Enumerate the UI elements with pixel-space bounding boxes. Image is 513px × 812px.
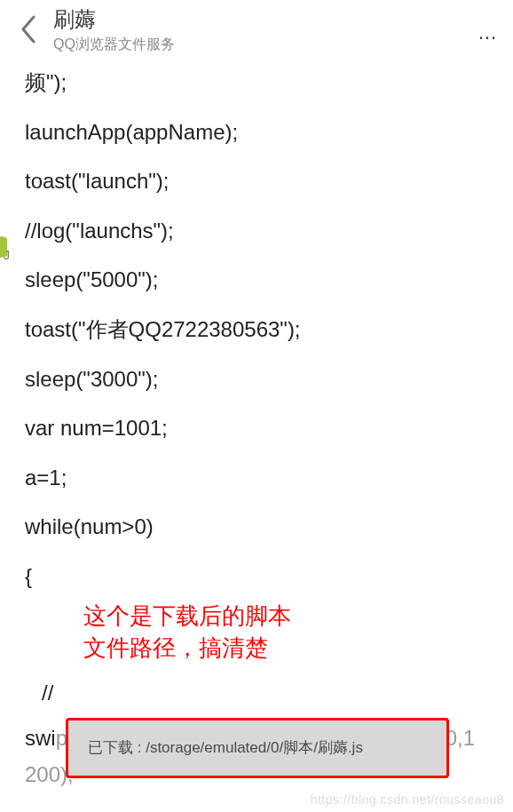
code-line: //log("launchs"); <box>25 216 488 246</box>
code-line: while(num>0) <box>25 512 488 542</box>
code-line: var num=1001; <box>25 413 488 443</box>
watermark: https://blog.csdn.net/rousseaou8 <box>311 792 504 807</box>
annotation-text: 这个是下载后的脚本 文件路径，搞清楚 <box>83 601 291 665</box>
toast-text: 已下载 : /storage/emulated/0/脚本/刷薅.js <box>88 737 363 759</box>
code-line: a=1; <box>25 463 488 493</box>
back-button[interactable] <box>11 12 46 47</box>
code-line: sleep("3000"); <box>25 364 488 394</box>
code-line: sleep("5000"); <box>25 265 488 295</box>
title-area: 刷薅 QQ浏览器文件服务 <box>53 5 502 54</box>
code-content[interactable]: 频"); launchApp(appName); toast("launch")… <box>0 59 513 620</box>
chevron-left-icon <box>18 13 39 45</box>
download-toast: 已下载 : /storage/emulated/0/脚本/刷薅.js <box>66 718 449 778</box>
code-line: toast("作者QQ2722380563"); <box>25 314 488 345</box>
more-button[interactable]: … <box>477 21 499 44</box>
code-line: { <box>25 561 488 592</box>
code-line: toast("launch"); <box>25 166 488 196</box>
code-line: 频"); <box>25 68 488 98</box>
page-subtitle: QQ浏览器文件服务 <box>53 36 502 54</box>
page-title: 刷薅 <box>53 5 502 34</box>
code-line: // <box>42 681 53 705</box>
code-line: launchApp(appName); <box>25 117 488 147</box>
